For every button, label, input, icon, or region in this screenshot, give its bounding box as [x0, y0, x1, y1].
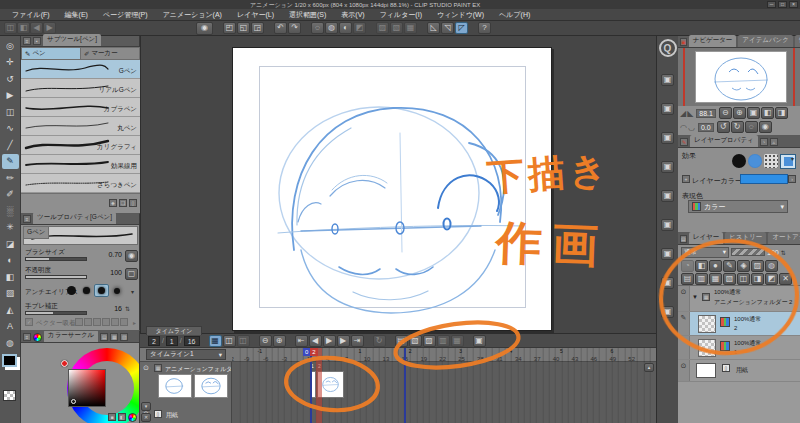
tab-extra-icon[interactable]: ▵	[770, 138, 778, 146]
delete-cel-icon[interactable]: ▦	[451, 335, 464, 347]
pen-item[interactable]: 丸ペン	[21, 117, 140, 136]
draft-layer-icon[interactable]: ✎	[723, 260, 736, 272]
cel-display-b-icon[interactable]: ◫	[237, 335, 250, 347]
blend-tool[interactable]: ◐	[2, 253, 19, 268]
open-file-icon[interactable]: ◱	[237, 22, 250, 34]
stabilize-stepper[interactable]: ⇅	[125, 305, 130, 312]
palette-dock-toggle-icon[interactable]: ◧	[17, 22, 30, 34]
layer-opacity-stepper[interactable]: ⇅	[781, 249, 786, 256]
aa-weak-button[interactable]	[79, 284, 94, 297]
effect-border-icon[interactable]	[732, 154, 746, 168]
new-timeline-icon[interactable]: ▤	[395, 335, 408, 347]
snap-to-grid-icon[interactable]: ▦	[404, 22, 417, 34]
new-file-icon[interactable]: ◰	[223, 22, 236, 34]
pen-item[interactable]: リアルGペン	[21, 79, 140, 98]
cel-thumbnail-1[interactable]	[158, 374, 192, 398]
undo-icon[interactable]: ↶	[274, 22, 287, 34]
clip-studio-open-icon[interactable]: ◉	[196, 22, 213, 35]
menu-item[interactable]: レイヤー(L)	[237, 10, 274, 20]
intermediate-color-tab-icon[interactable]: ▧	[120, 333, 128, 341]
material-slot-2-icon[interactable]: ▣	[661, 103, 674, 115]
menu-item[interactable]: ヘルプ(H)	[499, 10, 530, 20]
material-slot-1-icon[interactable]: ▣	[661, 74, 674, 86]
vector-snap-levels[interactable]	[75, 318, 128, 327]
material-slot-7-icon[interactable]: ▣	[661, 248, 674, 260]
opacity-option-icon[interactable]: ▢	[125, 268, 138, 280]
specify-cel-icon[interactable]: ▥	[437, 335, 450, 347]
text-tool[interactable]: A	[2, 319, 19, 334]
lock-transparent-icon[interactable]: ▨	[751, 260, 764, 272]
menu-item[interactable]: フィルター(I)	[380, 10, 422, 20]
editing-pencil-icon[interactable]: ✎	[678, 312, 690, 335]
material-slot-8-icon[interactable]: ▣	[661, 277, 674, 289]
nav-fit-screen-icon[interactable]: ▣	[747, 107, 760, 119]
start-frame-field[interactable]: 1	[166, 336, 178, 346]
lock-layer-icon[interactable]: ◈	[737, 260, 750, 272]
combine-layer-icon[interactable]: ◫	[737, 273, 750, 285]
color-set-tab-icon[interactable]: ▦	[110, 333, 118, 341]
rgb-value-icon[interactable]: ■	[108, 413, 116, 421]
lock-icon[interactable]: ◈	[109, 199, 117, 207]
material-slot-6-icon[interactable]: ▣	[661, 219, 674, 231]
onion-skin-icon[interactable]: ▦	[209, 335, 222, 347]
menu-item[interactable]: 表示(V)	[341, 10, 364, 20]
panel-pin-icon[interactable]: ▪	[33, 37, 41, 45]
end-frame-field[interactable]: 16	[184, 336, 200, 346]
eyedropper-tool[interactable]: ╱	[2, 137, 19, 152]
color-mode-icon[interactable]	[128, 413, 137, 422]
tab-auto-action[interactable]: オートアクション	[768, 232, 800, 244]
pen-item[interactable]: 効果線用	[21, 155, 140, 174]
layer-color-expand-icon[interactable]: +	[682, 175, 690, 183]
navigator-viewport[interactable]	[678, 48, 800, 106]
transparent-color-swatch[interactable]	[3, 390, 16, 401]
pen-item[interactable]: カブラペン	[21, 98, 140, 117]
material-slot-3-icon[interactable]: ▣	[661, 132, 674, 144]
stabilize-slider[interactable]	[25, 311, 87, 315]
visibility-eye-icon[interactable]: ⊙	[678, 360, 690, 381]
move-tool[interactable]: ✛	[2, 55, 19, 70]
current-frame-field[interactable]: 2	[148, 336, 160, 346]
prev-frame-icon[interactable]: ◀	[309, 335, 322, 347]
aa-middle-button[interactable]	[94, 284, 109, 297]
go-to-end-icon[interactable]: ⇥	[351, 335, 364, 347]
visibility-eye-slot[interactable]	[678, 336, 690, 359]
ruler-snap-1-icon[interactable]: ◺	[427, 22, 440, 34]
new-vector-layer-icon[interactable]: ▥	[695, 273, 708, 285]
subtool-panel-tab[interactable]: サブツール[ペン]	[43, 34, 101, 46]
aa-dropdown-icon[interactable]: ▾	[131, 288, 134, 295]
tab-item-bank[interactable]: アイテムバンク	[738, 35, 793, 47]
tool-property-tab[interactable]: ツールプロパティ[Gペン]	[33, 212, 116, 224]
menu-item[interactable]: アニメーション(A)	[163, 10, 222, 20]
main-color-swatch[interactable]	[2, 354, 17, 367]
panel-menu-icon[interactable]: ≡	[23, 37, 31, 45]
operation-tool[interactable]: ▶	[2, 88, 19, 103]
clip-to-below-icon[interactable]: ◧	[695, 260, 708, 272]
tab-navigator[interactable]: ナビゲーター	[689, 35, 737, 47]
pen-item[interactable]: ざらつきペン	[21, 174, 140, 193]
canvas-page[interactable]	[232, 47, 552, 331]
zoom-slider2-icon[interactable]: ◣	[687, 109, 693, 118]
brush-size-slider[interactable]	[25, 257, 87, 261]
new-raster-layer-icon[interactable]: ▤	[681, 273, 694, 285]
menu-item[interactable]: 編集(E)	[65, 10, 88, 20]
effect-tone-icon[interactable]	[764, 154, 778, 168]
nav-zoom-in-icon[interactable]: ⊕	[733, 107, 746, 119]
timeline-scroll-up-icon[interactable]: ▴	[644, 363, 654, 372]
layer-row-animation-folder[interactable]: ⊙ ▼ ▦ 100%通常 アニメーションフォルダー 2	[678, 286, 800, 312]
delete-subtool-icon[interactable]: ▯	[129, 199, 137, 207]
layer-color-next-icon[interactable]: ›	[788, 175, 796, 183]
nav-flip-horizontal-icon[interactable]: ◧	[761, 107, 774, 119]
aa-strong-button[interactable]	[109, 284, 124, 297]
sv-cursor[interactable]	[71, 399, 76, 404]
pen-item[interactable]: カリグラフィ	[21, 136, 140, 155]
cel-thumbnail-2[interactable]	[194, 374, 228, 398]
aa-none-button[interactable]	[64, 284, 79, 297]
tab-information[interactable]: 情報	[795, 35, 800, 47]
eraser-tool[interactable]: ◪	[2, 236, 19, 251]
opacity-slider[interactable]	[25, 275, 87, 279]
tab-next-icon[interactable]: ▶	[43, 22, 56, 34]
close-button[interactable]: ×	[789, 1, 798, 8]
tab-history[interactable]: ヒストリー	[725, 232, 766, 244]
reference-layer-icon[interactable]: ●	[709, 260, 722, 272]
go-to-start-icon[interactable]: ⇤	[295, 335, 308, 347]
